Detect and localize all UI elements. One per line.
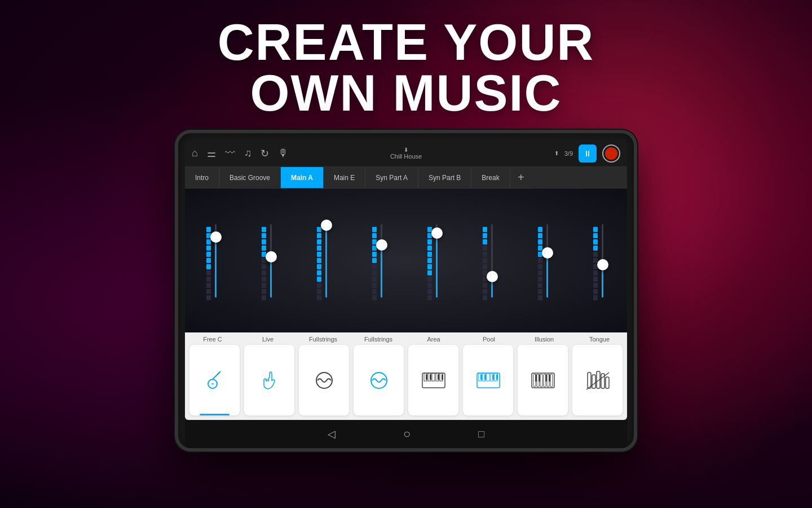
- instrument-fullstrings2[interactable]: [354, 345, 404, 415]
- instrument-fullstrings1[interactable]: [299, 345, 349, 415]
- instrument-labels: Free C Live Fullstrings Fullstrings Area…: [185, 332, 627, 345]
- toolbar-right: ⬆ 3/9 ⏸: [554, 144, 620, 163]
- level-meter-4: [372, 221, 377, 300]
- page-count: 3/9: [564, 150, 573, 157]
- svg-rect-26: [496, 374, 498, 380]
- play-sections-button[interactable]: ⏸: [579, 144, 597, 163]
- fader-strip-1: [185, 189, 240, 332]
- svg-rect-30: [540, 374, 542, 387]
- level-meter-3: [317, 221, 321, 300]
- svg-point-6: [371, 373, 387, 388]
- loop-icon[interactable]: ↻: [261, 147, 269, 160]
- headline-text: CREATE YOUR OWN MUSIC: [0, 17, 812, 119]
- svg-rect-25: [492, 374, 494, 380]
- fader-track-6[interactable]: [491, 224, 493, 297]
- instrument-illusion[interactable]: [518, 345, 568, 415]
- svg-rect-39: [592, 375, 595, 388]
- microphone-icon[interactable]: 🎙: [278, 147, 288, 159]
- svg-rect-36: [545, 374, 547, 382]
- instrument-pool[interactable]: [463, 345, 513, 415]
- tab-break[interactable]: Break: [471, 167, 510, 188]
- svg-rect-37: [549, 374, 550, 382]
- headline: CREATE YOUR OWN MUSIC: [0, 17, 812, 119]
- nav-back-icon[interactable]: ◁: [328, 428, 336, 440]
- tab-basic-groove[interactable]: Basic Groove: [219, 167, 281, 188]
- fader-knob-7[interactable]: [542, 247, 553, 259]
- fader-strip-6: [461, 189, 517, 332]
- svg-point-5: [316, 373, 332, 388]
- svg-rect-42: [606, 377, 609, 388]
- instrument-free-c[interactable]: [189, 345, 240, 415]
- keyboard2-icon: [476, 372, 501, 389]
- fader-track-4[interactable]: [381, 224, 382, 297]
- tablet-nav: ◁ ○ □: [185, 420, 627, 448]
- fader-strip-4: [351, 189, 406, 332]
- instrument-live[interactable]: [244, 345, 294, 415]
- fader-strip-7: [517, 189, 572, 332]
- svg-rect-20: [487, 373, 489, 381]
- add-tab-button[interactable]: +: [510, 167, 532, 188]
- instrument-tongue[interactable]: [572, 345, 623, 415]
- tabs-bar: Intro Basic Groove Main A Main E Syn Par…: [185, 167, 627, 189]
- fader-strip-3: [295, 189, 351, 332]
- fader-knob-5[interactable]: [431, 227, 443, 239]
- waveform-icon[interactable]: 〰: [225, 147, 235, 159]
- level-meter-8: [593, 221, 598, 300]
- nav-home-icon[interactable]: ○: [403, 427, 411, 441]
- music-notes-icon[interactable]: ♫: [244, 147, 252, 159]
- fader-track-3[interactable]: [325, 224, 327, 297]
- fader-knob-1[interactable]: [210, 231, 222, 243]
- page-badge: ⬆: [554, 150, 559, 156]
- fader-knob-3[interactable]: [321, 220, 332, 231]
- svg-rect-23: [480, 374, 482, 380]
- fader-strip-5: [406, 189, 461, 332]
- fader-track-7[interactable]: [546, 224, 548, 297]
- tab-main-e[interactable]: Main E: [324, 167, 365, 188]
- toolbar: ⌂ ⚌ 〰 ♫ ↻ 🎙 ⬇ Chill House ⬆: [185, 140, 627, 167]
- guitar-icon: [204, 369, 226, 392]
- label-fullstrings2: Fullstrings: [351, 336, 406, 343]
- keyboard-icon: [421, 372, 446, 389]
- wave-icon: [313, 369, 336, 392]
- svg-rect-33: [550, 374, 553, 387]
- bars-icon: [585, 370, 610, 391]
- label-fullstrings1: Fullstrings: [295, 336, 351, 343]
- tab-syn-part-a[interactable]: Syn Part A: [365, 167, 418, 188]
- svg-rect-13: [426, 374, 427, 380]
- svg-rect-10: [432, 373, 435, 381]
- label-tongue: Tongue: [572, 336, 627, 343]
- fader-knob-4[interactable]: [376, 239, 387, 251]
- fader-knob-8[interactable]: [597, 259, 608, 270]
- tab-main-a[interactable]: Main A: [281, 167, 324, 188]
- piano-icon: [531, 372, 555, 389]
- level-meter-7: [538, 221, 542, 300]
- level-meter-2: [262, 221, 266, 300]
- svg-rect-34: [535, 374, 537, 382]
- app: ⌂ ⚌ 〰 ♫ ↻ 🎙 ⬇ Chill House ⬆: [185, 140, 627, 420]
- tablet-button-left: [175, 235, 176, 263]
- instruments-grid: [185, 345, 627, 420]
- instrument-area[interactable]: [408, 345, 458, 415]
- tablet: ⌂ ⚌ 〰 ♫ ↻ 🎙 ⬇ Chill House ⬆: [175, 130, 637, 452]
- label-pool: Pool: [461, 336, 517, 343]
- tablet-button-right: [636, 235, 637, 252]
- tab-intro[interactable]: Intro: [185, 167, 219, 188]
- record-button[interactable]: [602, 144, 620, 163]
- fader-knob-6[interactable]: [487, 271, 498, 282]
- fader-strip-2: [240, 189, 295, 332]
- hand-icon: [258, 369, 281, 392]
- fader-knob-2[interactable]: [266, 251, 277, 262]
- mixer: [185, 189, 627, 332]
- home-icon[interactable]: ⌂: [192, 147, 198, 159]
- equalizer-icon[interactable]: ⚌: [207, 147, 216, 160]
- svg-rect-24: [484, 374, 486, 380]
- tab-syn-part-b[interactable]: Syn Part B: [418, 167, 471, 188]
- wave2-icon: [368, 369, 390, 392]
- nav-recent-icon[interactable]: □: [478, 428, 484, 440]
- fader-strip-8: [572, 189, 627, 332]
- svg-rect-14: [430, 374, 431, 380]
- record-dot: [605, 147, 617, 160]
- tablet-wrapper: ⌂ ⚌ 〰 ♫ ↻ 🎙 ⬇ Chill House ⬆: [175, 130, 637, 452]
- svg-line-3: [216, 373, 219, 376]
- level-meter-1: [206, 221, 211, 300]
